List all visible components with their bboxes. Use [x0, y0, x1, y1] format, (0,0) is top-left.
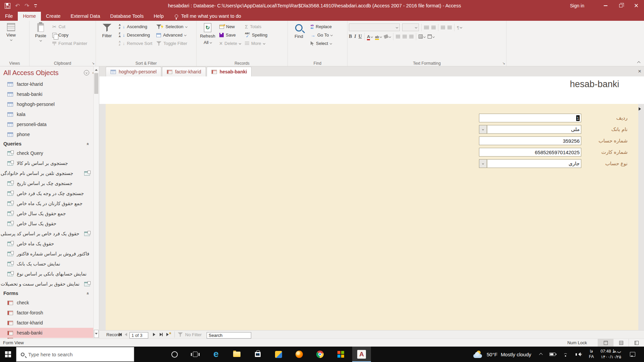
previous-record-button[interactable] [125, 330, 127, 339]
nav-item-query[interactable]: جستجوی چک در وجه یک فرد خاص [0, 188, 93, 198]
taskbar-cortana-button[interactable] [165, 347, 184, 362]
new-blank-record-button[interactable] [166, 330, 171, 339]
nav-item-query[interactable]: جمع حقوق کارنان در یک ماه خاص [0, 198, 93, 208]
copy-button[interactable]: Copy [50, 31, 89, 39]
text-direction-button[interactable] [457, 24, 462, 31]
nav-item-form[interactable]: hesab-banki [0, 328, 93, 338]
last-record-button[interactable] [160, 330, 163, 339]
nav-item-table[interactable]: personeli-data [0, 119, 93, 129]
action-center-icon[interactable] [630, 352, 635, 357]
ribbon-tab[interactable]: External Data [66, 12, 105, 21]
align-right-button[interactable] [409, 35, 414, 38]
form-field-input[interactable]: 359256 [479, 136, 581, 145]
start-button[interactable] [0, 347, 16, 362]
nav-pane-scrollbar[interactable] [93, 66, 99, 339]
undo-icon[interactable] [15, 2, 20, 9]
taskbar-chrome-button[interactable] [311, 347, 329, 362]
next-record-button[interactable] [153, 330, 155, 339]
nav-item-query[interactable]: نمایش حسابهای بانکی بر اساس نوع [0, 269, 93, 279]
nav-item-query[interactable]: جستجوی تلفن بر اساس نام خانوادگی [0, 168, 93, 178]
form-field-input[interactable]: جاری [487, 159, 581, 168]
form-field-input[interactable]: ملی [487, 125, 581, 134]
show-hidden-icons-icon[interactable] [539, 353, 543, 357]
filter-indicator[interactable] [178, 330, 183, 339]
remove-sort-button[interactable]: AZRemove Sort [117, 39, 154, 48]
delete-record-button[interactable]: Delete [217, 39, 243, 48]
battery-icon[interactable] [549, 353, 555, 356]
form-view-button[interactable] [598, 339, 613, 347]
customize-qat-icon[interactable] [34, 4, 37, 7]
save-icon[interactable] [5, 3, 10, 9]
document-tab[interactable]: hesab-banki [207, 67, 252, 76]
cut-button[interactable]: Cut [50, 22, 89, 31]
collapse-section-icon[interactable] [86, 292, 91, 294]
taskbar-clock[interactable]: 07:48 ب.ظ ۱۴۰۰/۱۰/۲۵ [600, 349, 621, 360]
nav-item-query[interactable]: check Query [0, 148, 93, 158]
fill-color-button[interactable] [384, 35, 391, 38]
layout-view-button[interactable] [629, 339, 644, 347]
nav-item-table[interactable]: hesab-banki [0, 89, 93, 99]
scroll-right-icon[interactable] [639, 107, 643, 111]
taskbar-firefox-button[interactable] [290, 347, 309, 362]
bullets-button[interactable] [424, 26, 429, 29]
scrollbar-thumb[interactable] [94, 73, 98, 94]
advanced-button[interactable]: Advanced [154, 31, 189, 39]
nav-item-query[interactable]: حقوق یک ماه خاص [0, 239, 93, 249]
redo-icon[interactable] [24, 2, 29, 9]
italic-button[interactable]: I [354, 34, 356, 39]
view-button[interactable]: View [1, 21, 21, 60]
selection-button[interactable]: Selection [154, 22, 189, 31]
nav-item-query[interactable]: حقوق یک سال خاص [0, 219, 93, 229]
select-button[interactable]: Select [309, 39, 334, 48]
save-record-button[interactable]: Save [217, 31, 243, 39]
form-field-input[interactable]: 1 [479, 114, 581, 122]
taskbar-media-app-button[interactable] [269, 347, 288, 362]
restore-button[interactable] [613, 0, 629, 11]
wifi-icon[interactable] [562, 352, 569, 357]
spelling-button[interactable]: Spelling [243, 31, 269, 39]
volume-muted-icon[interactable]: × [576, 352, 582, 357]
bold-button[interactable]: B [349, 34, 352, 39]
datasheet-view-button[interactable] [613, 339, 629, 347]
scroll-down-icon[interactable] [94, 330, 99, 338]
taskbar-access-button[interactable] [352, 347, 371, 362]
record-search-input[interactable]: Search [207, 331, 251, 339]
decrease-indent-button[interactable] [441, 26, 445, 29]
nav-section-queries[interactable]: Queries [0, 139, 93, 148]
paste-button[interactable]: Paste [31, 21, 50, 60]
scroll-up-icon[interactable] [94, 67, 99, 72]
increase-indent-button[interactable] [447, 26, 452, 29]
taskbar-edge-button[interactable] [207, 347, 225, 362]
refresh-all-button[interactable]: Refresh All [198, 21, 217, 60]
combo-dropdown-button[interactable] [479, 125, 487, 134]
close-document-icon[interactable] [638, 68, 641, 74]
first-record-button[interactable] [119, 330, 122, 339]
font-size-combo[interactable] [402, 23, 419, 31]
nav-item-query[interactable]: جستجوی چک بر اساس تاریخ [0, 178, 93, 188]
new-record-button[interactable]: New [217, 22, 243, 31]
alternate-row-color-button[interactable] [428, 35, 434, 39]
dialog-launcher-icon[interactable] [502, 62, 505, 65]
document-tab[interactable]: hoghogh-personel [106, 67, 161, 76]
nav-item-form[interactable]: factor-forosh [0, 308, 93, 318]
ribbon-tab[interactable]: Create [41, 12, 66, 21]
current-record-box[interactable]: 1 of 3 [129, 331, 148, 339]
find-button[interactable]: Find [289, 21, 309, 60]
nav-item-table[interactable]: kala [0, 109, 93, 119]
align-center-button[interactable] [402, 35, 407, 38]
nav-item-query[interactable]: جمع حقوق یک سال خاص [0, 208, 93, 219]
nav-item-query[interactable]: فاکتور فروش بر اساس شماره فاکتور [0, 249, 93, 259]
nav-item-query[interactable]: جستجوی بر اساس نام کالا [0, 158, 93, 168]
ribbon-tab[interactable]: Database Tools [105, 12, 149, 21]
nav-item-form[interactable]: check [0, 298, 93, 308]
minimize-button[interactable] [598, 0, 613, 11]
font-color-button[interactable] [367, 34, 373, 40]
collapse-section-icon[interactable] [86, 142, 91, 145]
document-tab[interactable]: factor-kharid [162, 67, 206, 76]
filter-button[interactable]: Filter [97, 21, 117, 60]
numbering-button[interactable] [431, 26, 436, 29]
taskbar-weather[interactable]: 50°F Mostly cloudy [469, 351, 536, 358]
highlight-button[interactable] [375, 34, 382, 40]
nav-item-table[interactable]: hoghogh-personel [0, 99, 93, 109]
language-indicator[interactable]: فا FA [589, 349, 594, 359]
